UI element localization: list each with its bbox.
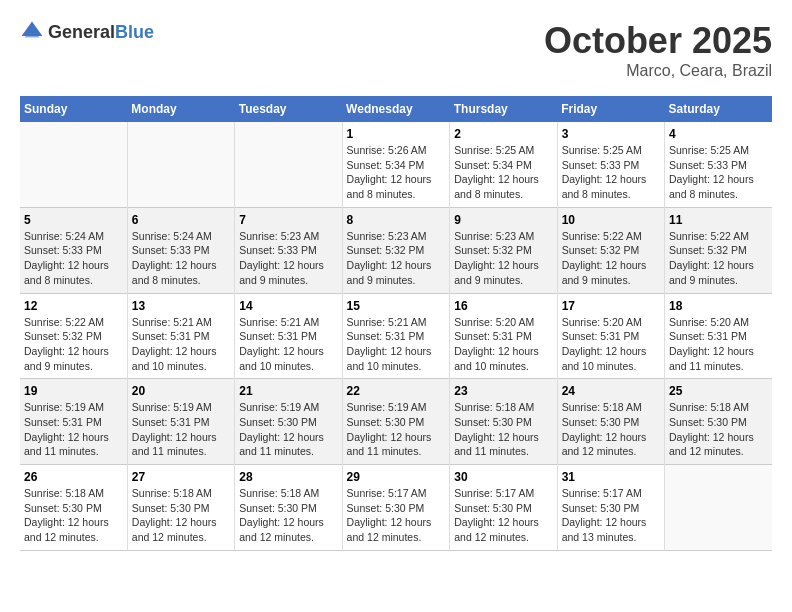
day-number: 15 (347, 299, 446, 313)
calendar-cell: 14Sunrise: 5:21 AM Sunset: 5:31 PM Dayli… (235, 293, 342, 379)
calendar-cell: 31Sunrise: 5:17 AM Sunset: 5:30 PM Dayli… (557, 465, 664, 551)
day-info: Sunrise: 5:19 AM Sunset: 5:31 PM Dayligh… (132, 400, 230, 459)
weekday-header: Wednesday (342, 96, 450, 122)
day-info: Sunrise: 5:18 AM Sunset: 5:30 PM Dayligh… (239, 486, 337, 545)
calendar-cell: 5Sunrise: 5:24 AM Sunset: 5:33 PM Daylig… (20, 207, 127, 293)
day-number: 6 (132, 213, 230, 227)
calendar-cell: 6Sunrise: 5:24 AM Sunset: 5:33 PM Daylig… (127, 207, 234, 293)
calendar-cell: 7Sunrise: 5:23 AM Sunset: 5:33 PM Daylig… (235, 207, 342, 293)
day-info: Sunrise: 5:20 AM Sunset: 5:31 PM Dayligh… (669, 315, 768, 374)
calendar-cell: 9Sunrise: 5:23 AM Sunset: 5:32 PM Daylig… (450, 207, 557, 293)
day-number: 19 (24, 384, 123, 398)
calendar-cell (127, 122, 234, 207)
day-number: 11 (669, 213, 768, 227)
calendar-cell: 24Sunrise: 5:18 AM Sunset: 5:30 PM Dayli… (557, 379, 664, 465)
calendar-cell: 15Sunrise: 5:21 AM Sunset: 5:31 PM Dayli… (342, 293, 450, 379)
day-info: Sunrise: 5:20 AM Sunset: 5:31 PM Dayligh… (454, 315, 552, 374)
day-info: Sunrise: 5:21 AM Sunset: 5:31 PM Dayligh… (347, 315, 446, 374)
day-number: 5 (24, 213, 123, 227)
day-info: Sunrise: 5:21 AM Sunset: 5:31 PM Dayligh… (239, 315, 337, 374)
calendar-cell: 1Sunrise: 5:26 AM Sunset: 5:34 PM Daylig… (342, 122, 450, 207)
day-number: 4 (669, 127, 768, 141)
day-number: 25 (669, 384, 768, 398)
day-info: Sunrise: 5:22 AM Sunset: 5:32 PM Dayligh… (562, 229, 660, 288)
day-number: 2 (454, 127, 552, 141)
day-number: 14 (239, 299, 337, 313)
logo-general: General (48, 22, 115, 42)
calendar-cell: 2Sunrise: 5:25 AM Sunset: 5:34 PM Daylig… (450, 122, 557, 207)
calendar-cell: 20Sunrise: 5:19 AM Sunset: 5:31 PM Dayli… (127, 379, 234, 465)
day-info: Sunrise: 5:25 AM Sunset: 5:33 PM Dayligh… (669, 143, 768, 202)
calendar-cell: 11Sunrise: 5:22 AM Sunset: 5:32 PM Dayli… (665, 207, 772, 293)
day-info: Sunrise: 5:26 AM Sunset: 5:34 PM Dayligh… (347, 143, 446, 202)
calendar-cell: 3Sunrise: 5:25 AM Sunset: 5:33 PM Daylig… (557, 122, 664, 207)
day-info: Sunrise: 5:17 AM Sunset: 5:30 PM Dayligh… (454, 486, 552, 545)
calendar-cell: 4Sunrise: 5:25 AM Sunset: 5:33 PM Daylig… (665, 122, 772, 207)
day-info: Sunrise: 5:17 AM Sunset: 5:30 PM Dayligh… (562, 486, 660, 545)
day-info: Sunrise: 5:18 AM Sunset: 5:30 PM Dayligh… (562, 400, 660, 459)
title-area: October 2025 Marco, Ceara, Brazil (544, 20, 772, 80)
day-info: Sunrise: 5:17 AM Sunset: 5:30 PM Dayligh… (347, 486, 446, 545)
day-number: 16 (454, 299, 552, 313)
day-info: Sunrise: 5:22 AM Sunset: 5:32 PM Dayligh… (669, 229, 768, 288)
weekday-header: Sunday (20, 96, 127, 122)
day-info: Sunrise: 5:18 AM Sunset: 5:30 PM Dayligh… (24, 486, 123, 545)
header: GeneralBlue October 2025 Marco, Ceara, B… (20, 20, 772, 80)
day-info: Sunrise: 5:25 AM Sunset: 5:33 PM Dayligh… (562, 143, 660, 202)
weekday-header: Thursday (450, 96, 557, 122)
logo-blue: Blue (115, 22, 154, 42)
calendar-cell: 22Sunrise: 5:19 AM Sunset: 5:30 PM Dayli… (342, 379, 450, 465)
day-number: 20 (132, 384, 230, 398)
day-info: Sunrise: 5:23 AM Sunset: 5:33 PM Dayligh… (239, 229, 337, 288)
day-info: Sunrise: 5:23 AM Sunset: 5:32 PM Dayligh… (454, 229, 552, 288)
calendar-cell: 25Sunrise: 5:18 AM Sunset: 5:30 PM Dayli… (665, 379, 772, 465)
day-number: 8 (347, 213, 446, 227)
calendar-cell: 27Sunrise: 5:18 AM Sunset: 5:30 PM Dayli… (127, 465, 234, 551)
day-info: Sunrise: 5:19 AM Sunset: 5:30 PM Dayligh… (347, 400, 446, 459)
calendar-cell: 13Sunrise: 5:21 AM Sunset: 5:31 PM Dayli… (127, 293, 234, 379)
day-info: Sunrise: 5:19 AM Sunset: 5:30 PM Dayligh… (239, 400, 337, 459)
day-info: Sunrise: 5:20 AM Sunset: 5:31 PM Dayligh… (562, 315, 660, 374)
logo-icon (20, 20, 44, 44)
calendar-cell: 23Sunrise: 5:18 AM Sunset: 5:30 PM Dayli… (450, 379, 557, 465)
day-number: 30 (454, 470, 552, 484)
day-info: Sunrise: 5:24 AM Sunset: 5:33 PM Dayligh… (24, 229, 123, 288)
day-info: Sunrise: 5:18 AM Sunset: 5:30 PM Dayligh… (669, 400, 768, 459)
day-info: Sunrise: 5:23 AM Sunset: 5:32 PM Dayligh… (347, 229, 446, 288)
calendar-cell: 26Sunrise: 5:18 AM Sunset: 5:30 PM Dayli… (20, 465, 127, 551)
day-number: 18 (669, 299, 768, 313)
day-number: 28 (239, 470, 337, 484)
calendar-cell: 28Sunrise: 5:18 AM Sunset: 5:30 PM Dayli… (235, 465, 342, 551)
day-info: Sunrise: 5:21 AM Sunset: 5:31 PM Dayligh… (132, 315, 230, 374)
day-number: 29 (347, 470, 446, 484)
day-number: 7 (239, 213, 337, 227)
logo: GeneralBlue (20, 20, 154, 44)
day-number: 22 (347, 384, 446, 398)
calendar-cell: 30Sunrise: 5:17 AM Sunset: 5:30 PM Dayli… (450, 465, 557, 551)
calendar-cell: 16Sunrise: 5:20 AM Sunset: 5:31 PM Dayli… (450, 293, 557, 379)
calendar-cell: 19Sunrise: 5:19 AM Sunset: 5:31 PM Dayli… (20, 379, 127, 465)
day-number: 10 (562, 213, 660, 227)
calendar-cell: 12Sunrise: 5:22 AM Sunset: 5:32 PM Dayli… (20, 293, 127, 379)
weekday-header: Saturday (665, 96, 772, 122)
day-number: 9 (454, 213, 552, 227)
day-number: 23 (454, 384, 552, 398)
day-number: 17 (562, 299, 660, 313)
weekday-header: Monday (127, 96, 234, 122)
weekday-header: Tuesday (235, 96, 342, 122)
calendar-body: 1Sunrise: 5:26 AM Sunset: 5:34 PM Daylig… (20, 122, 772, 550)
calendar-cell: 29Sunrise: 5:17 AM Sunset: 5:30 PM Dayli… (342, 465, 450, 551)
day-number: 26 (24, 470, 123, 484)
calendar-cell (665, 465, 772, 551)
day-info: Sunrise: 5:18 AM Sunset: 5:30 PM Dayligh… (454, 400, 552, 459)
calendar-cell (20, 122, 127, 207)
subtitle: Marco, Ceara, Brazil (544, 62, 772, 80)
day-info: Sunrise: 5:25 AM Sunset: 5:34 PM Dayligh… (454, 143, 552, 202)
main-title: October 2025 (544, 20, 772, 62)
day-info: Sunrise: 5:19 AM Sunset: 5:31 PM Dayligh… (24, 400, 123, 459)
day-info: Sunrise: 5:24 AM Sunset: 5:33 PM Dayligh… (132, 229, 230, 288)
day-info: Sunrise: 5:18 AM Sunset: 5:30 PM Dayligh… (132, 486, 230, 545)
day-number: 3 (562, 127, 660, 141)
calendar-cell: 18Sunrise: 5:20 AM Sunset: 5:31 PM Dayli… (665, 293, 772, 379)
calendar-cell (235, 122, 342, 207)
